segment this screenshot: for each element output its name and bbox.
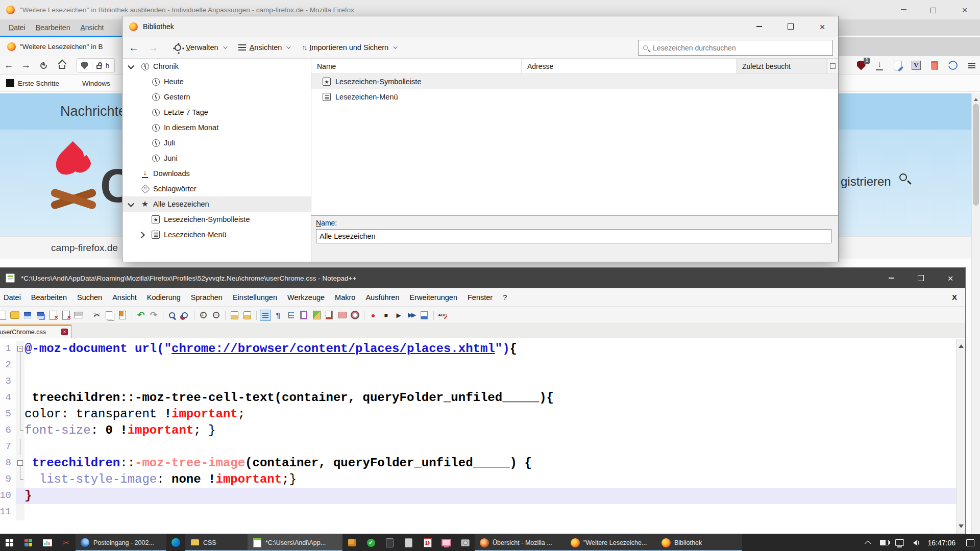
chevron-icon[interactable]	[127, 185, 137, 193]
npp-code-area[interactable]: 1@-moz-document url("chrome://browser/co…	[0, 339, 956, 534]
save-all-icon[interactable]	[35, 310, 46, 321]
code-line[interactable]: 6font-size: 0 !important; }	[0, 422, 956, 439]
save-icon[interactable]	[22, 310, 33, 321]
snipping-app-icon[interactable]: ✂	[57, 534, 76, 551]
new-file-icon[interactable]	[0, 310, 8, 321]
code-text[interactable]	[24, 357, 956, 373]
library-back-button[interactable]: ←	[126, 42, 142, 54]
npp-menu-makro[interactable]: Makro	[330, 291, 360, 304]
npp-menu-kodierung[interactable]: Kodierung	[142, 291, 186, 304]
code-line[interactable]: 5color: transparent !important;	[0, 406, 956, 422]
close-button[interactable]: ×	[949, 0, 980, 19]
zoom-in-icon[interactable]	[198, 310, 209, 321]
chevron-icon[interactable]	[137, 231, 148, 239]
chevron-icon[interactable]	[137, 123, 148, 132]
tree-item-juni[interactable]: Juni	[122, 151, 311, 166]
npp-menu-suchen[interactable]: Suchen	[72, 291, 107, 304]
register-link-fragment[interactable]: gistrieren	[841, 174, 891, 189]
menubar-close-document-button[interactable]: X	[952, 293, 957, 302]
chevron-icon[interactable]	[137, 139, 148, 147]
tracking-shield-icon[interactable]	[81, 62, 88, 69]
macro-save-icon[interactable]	[419, 310, 430, 321]
restore-button[interactable]	[919, 0, 949, 19]
minimize-button[interactable]	[888, 0, 919, 19]
bookmark-erste-schritte[interactable]: Erste Schritte	[6, 79, 59, 87]
macro-play-icon[interactable]: ▶	[393, 310, 404, 321]
stylus-icon[interactable]	[929, 60, 940, 71]
scrollbar-down-arrow[interactable]	[959, 524, 964, 531]
task-thunderbird[interactable]: Posteingang - 2002...	[76, 534, 166, 551]
npp-menu-hilfe[interactable]: ?	[498, 291, 512, 304]
chevron-icon[interactable]	[127, 200, 137, 208]
page-scrollbar[interactable]	[971, 93, 980, 534]
editor-scrollbar[interactable]	[956, 339, 965, 534]
bookmark-windows[interactable]: Windows	[70, 79, 110, 87]
code-text[interactable]: @-moz-document url("chrome://browser/con…	[24, 341, 956, 357]
views-menu-button[interactable]: Ansichten	[238, 43, 290, 52]
task-firefox-weitere[interactable]: "Weitere Lesezeiche...	[566, 534, 656, 551]
chevron-icon[interactable]	[137, 215, 148, 223]
minimize-button[interactable]	[743, 16, 775, 37]
replace-icon[interactable]	[179, 310, 190, 321]
taskbar-clock[interactable]: 16:47:06	[923, 539, 961, 547]
column-header-name[interactable]: Name	[311, 59, 522, 73]
sync-icon[interactable]	[947, 60, 959, 71]
code-line[interactable]: 2	[0, 357, 956, 373]
monitoring-icon[interactable]	[349, 310, 360, 321]
tree-item-lesezeichen-menue[interactable]: Lesezeichen-Menü	[122, 227, 311, 242]
task-notepadpp[interactable]: *C:\Users\Andi\App...	[248, 534, 342, 551]
code-text[interactable]: }	[24, 488, 956, 504]
gray-app-icon[interactable]	[399, 534, 418, 551]
code-line[interactable]: 11	[0, 504, 956, 520]
tab-userchrome-css[interactable]: userChrome.css ×	[0, 324, 71, 338]
list-row-lesezeichen-menue[interactable]: Lesezeichen-Menü	[311, 89, 838, 105]
word-wrap-icon[interactable]	[260, 310, 271, 321]
code-text[interactable]: font-size: 0 !important; }	[24, 422, 956, 439]
npp-menu-sprachen[interactable]: Sprachen	[186, 291, 228, 304]
search-input[interactable]	[652, 43, 828, 53]
tree-item-downloads[interactable]: Downloads	[122, 166, 311, 181]
column-header-adresse[interactable]: Adresse	[522, 59, 737, 73]
tray-app-keepass-icon[interactable]	[342, 534, 361, 551]
task-firefox-uebersicht[interactable]: Übersicht - Mozilla ...	[475, 534, 566, 551]
maximize-button[interactable]	[906, 268, 936, 288]
npp-menu-erweiterungen[interactable]: Erweiterungen	[405, 291, 463, 304]
downloads-icon[interactable]	[874, 60, 885, 71]
tree-item-in-diesem-monat[interactable]: In diesem Monat	[122, 120, 311, 135]
close-button[interactable]: ×	[936, 268, 965, 288]
scrollbar-thumb[interactable]	[973, 104, 979, 206]
paste-icon[interactable]	[117, 310, 128, 321]
undo-icon[interactable]: ↶	[135, 310, 146, 321]
antivirus-check-icon[interactable]	[361, 534, 380, 551]
npp-menu-ausfuehren[interactable]: Ausführen	[360, 291, 404, 304]
scrollbar-up-arrow[interactable]	[959, 342, 964, 348]
chevron-icon[interactable]	[127, 62, 137, 70]
import-backup-menu-button[interactable]: ↑↓ Importieren und Sichern	[302, 43, 396, 52]
fold-margin[interactable]	[16, 406, 24, 422]
close-all-icon[interactable]	[60, 310, 71, 321]
lock-icon[interactable]	[96, 65, 102, 69]
site-domain-label[interactable]: camp-firefox.de	[51, 242, 118, 254]
tray-expand-chevron-icon[interactable]	[862, 534, 877, 551]
task-edge[interactable]	[166, 534, 185, 551]
code-text[interactable]	[24, 439, 956, 455]
home-button[interactable]	[59, 65, 65, 69]
camera-app-icon[interactable]	[456, 534, 475, 551]
reload-button[interactable]	[40, 62, 47, 69]
macro-stop-icon[interactable]: ■	[380, 310, 391, 321]
npp-menu-datei[interactable]: Datei	[0, 291, 26, 304]
firefox-menu-item[interactable]: Datei	[4, 21, 30, 34]
npp-menu-einstellungen[interactable]: Einstellungen	[228, 291, 282, 304]
copy-icon[interactable]	[104, 310, 115, 321]
userscript-icon[interactable]	[892, 60, 903, 71]
tree-item-schlagwoerter[interactable]: Schlagwörter	[122, 181, 311, 196]
tree-item-alle-lesezeichen[interactable]: Alle Lesezeichen	[122, 196, 311, 212]
manage-menu-button[interactable]: Verwalten	[174, 43, 226, 52]
maximize-button[interactable]	[775, 16, 806, 37]
v-extension-icon[interactable]	[911, 60, 922, 71]
restore-session-2-icon[interactable]	[241, 310, 253, 321]
notepadpp-titlebar[interactable]: *C:\Users\Andi\AppData\Roaming\Mozilla\F…	[0, 268, 965, 288]
npp-menu-ansicht[interactable]: Ansicht	[107, 291, 142, 304]
hamburger-menu-icon[interactable]	[966, 60, 977, 71]
tree-item-gestern[interactable]: Gestern	[122, 89, 311, 105]
